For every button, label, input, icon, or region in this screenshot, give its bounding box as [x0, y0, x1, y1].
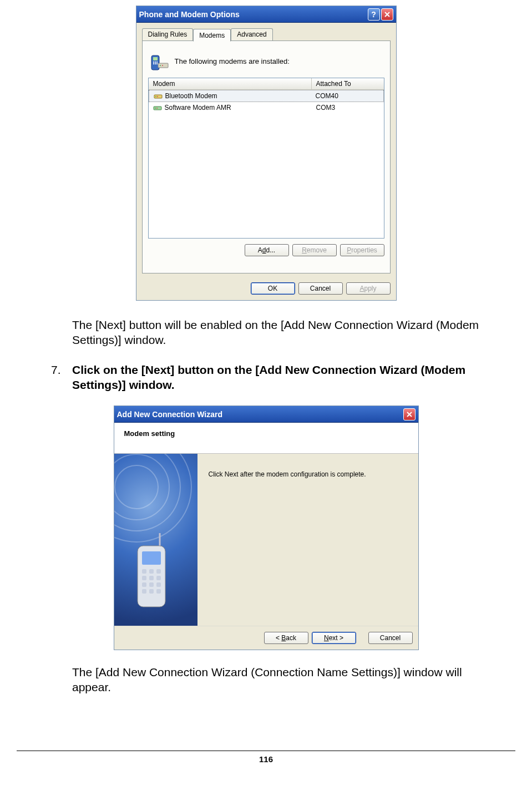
list-row[interactable]: Software Modem AMR COM3 [149, 102, 384, 113]
intro-row: The following modems are installed: [150, 51, 382, 71]
list-header: Modem Attached To [149, 78, 384, 90]
list-row[interactable]: Bluetooth Modem COM40 [149, 90, 384, 102]
svg-rect-23 [142, 576, 146, 580]
mobile-phone-icon [126, 530, 171, 614]
properties-button[interactable]: Properties [340, 244, 384, 256]
svg-rect-2 [153, 62, 154, 63]
dialog-footer: OK Cancel Apply [136, 279, 396, 300]
wizard-heading: Modem setting [124, 429, 175, 438]
svg-point-13 [157, 96, 158, 97]
panel-button-row: Add... Remove Properties [148, 244, 384, 256]
page-number: 116 [17, 751, 515, 764]
column-attached-to[interactable]: Attached To [312, 78, 384, 89]
svg-rect-28 [156, 582, 161, 587]
titlebar[interactable]: Phone and Modem Options ? [136, 6, 396, 23]
modem-list[interactable]: Modem Attached To Bluetooth Modem COM40 [148, 78, 384, 239]
cancel-button[interactable]: Cancel [298, 282, 343, 295]
svg-rect-31 [156, 589, 161, 594]
modem-name: Software Modem AMR [165, 104, 231, 111]
svg-rect-4 [156, 62, 158, 63]
wizard-header: Modem setting [114, 423, 418, 454]
wizard-content: Click Next after the modem configuration… [197, 454, 418, 626]
wizard-instruction: Click Next after the modem configuration… [209, 470, 366, 478]
column-modem[interactable]: Modem [149, 78, 312, 89]
close-button[interactable] [381, 8, 393, 21]
titlebar[interactable]: Add New Connection Wizard [114, 406, 418, 423]
tab-modems[interactable]: Modems [193, 29, 231, 42]
add-new-connection-wizard-dialog: Add New Connection Wizard Modem setting [114, 406, 419, 650]
modem-icon [153, 103, 162, 112]
body-paragraph: The [Add New Connection Wizard (Connecti… [72, 665, 499, 695]
dialog-body: Dialing Rules Modems Advanced [136, 23, 396, 279]
add-button[interactable]: Add... [245, 244, 289, 256]
step-7: 7. Click on the [Next] button on the [Ad… [51, 362, 499, 393]
svg-rect-5 [153, 63, 154, 64]
svg-rect-27 [149, 582, 154, 587]
wizard-footer: < Back Next > Cancel [114, 626, 418, 650]
svg-rect-3 [155, 62, 156, 63]
close-icon [407, 412, 412, 417]
tab-dialing-rules[interactable]: Dialing Rules [142, 28, 194, 41]
svg-rect-29 [142, 589, 146, 594]
back-button[interactable]: < Back [264, 632, 308, 644]
modem-port: COM40 [311, 90, 383, 102]
svg-rect-7 [156, 63, 158, 64]
svg-rect-26 [142, 582, 146, 587]
close-icon [384, 12, 390, 17]
step-text: Click on the [Next] button on the [Add N… [72, 362, 499, 393]
body-paragraph: The [Next] button will be enabled on the… [72, 317, 499, 348]
svg-point-15 [155, 108, 156, 109]
step-number: 7. [51, 362, 72, 393]
intro-text: The following modems are installed: [175, 57, 290, 65]
svg-rect-6 [155, 63, 156, 64]
wizard-body: Click Next after the modem configuration… [114, 454, 418, 626]
svg-point-9 [160, 65, 161, 66]
titlebar-buttons: ? [368, 8, 393, 21]
titlebar-text: Phone and Modem Options [139, 10, 240, 19]
svg-rect-24 [149, 576, 154, 580]
tab-row: Dialing Rules Modems Advanced [142, 28, 391, 41]
modem-icon [154, 92, 163, 100]
wizard-side-image [114, 454, 197, 626]
titlebar-text: Add New Connection Wizard [117, 410, 222, 419]
svg-point-16 [156, 108, 158, 109]
svg-rect-22 [156, 569, 161, 574]
apply-button[interactable]: Apply [346, 282, 391, 295]
svg-rect-1 [153, 57, 158, 60]
modem-name: Bluetooth Modem [165, 92, 217, 100]
tab-panel: The following modems are installed: Mode… [142, 40, 391, 273]
remove-button[interactable]: Remove [292, 244, 337, 256]
cancel-button[interactable]: Cancel [368, 632, 413, 644]
svg-rect-21 [149, 569, 154, 574]
help-button[interactable]: ? [368, 8, 380, 21]
svg-point-10 [162, 65, 163, 66]
titlebar-buttons [403, 408, 416, 420]
phone-modem-options-dialog: Phone and Modem Options ? Dialing Rules … [136, 6, 397, 301]
phone-modem-icon [150, 51, 169, 71]
svg-rect-19 [142, 551, 161, 565]
tab-advanced[interactable]: Advanced [231, 28, 272, 41]
modem-port: COM3 [312, 102, 384, 113]
ok-button[interactable]: OK [251, 282, 295, 295]
svg-rect-25 [156, 576, 161, 580]
svg-rect-30 [149, 589, 154, 594]
svg-rect-20 [142, 569, 146, 574]
next-button[interactable]: Next > [312, 632, 356, 644]
svg-point-12 [155, 96, 156, 97]
close-button[interactable] [403, 408, 416, 420]
